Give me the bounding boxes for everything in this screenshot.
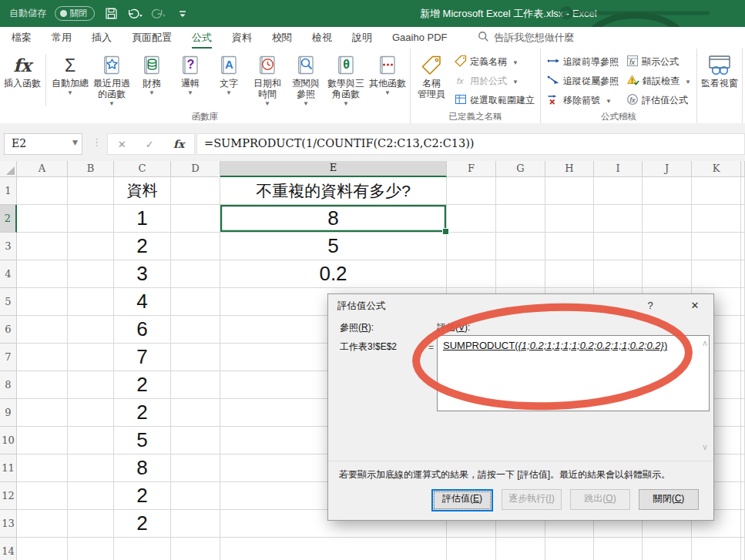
cell-F3[interactable] <box>447 233 496 260</box>
cell-K2[interactable] <box>692 205 741 233</box>
cell-C10[interactable]: 5 <box>114 427 171 454</box>
cell-G4[interactable] <box>496 260 545 288</box>
cell-C4[interactable]: 3 <box>114 260 171 288</box>
ribbon-button-名稱管理員[interactable]: 名稱管理員 <box>412 52 451 100</box>
cell-D11[interactable] <box>171 454 220 482</box>
tab-資料[interactable]: 資料 <box>222 27 262 49</box>
cell-B7[interactable] <box>68 344 114 371</box>
cell-partial5[interactable] <box>741 288 745 316</box>
column-header-E[interactable]: E <box>220 161 447 177</box>
cell-K14[interactable] <box>692 538 741 560</box>
ribbon-button-日期和時間[interactable]: 日期和時間▼ <box>248 52 287 108</box>
cell-G14[interactable] <box>496 538 545 560</box>
cell-A12[interactable] <box>17 482 68 510</box>
cell-A14[interactable] <box>17 538 68 560</box>
ribbon-button-文字[interactable]: A文字▼ <box>210 52 248 97</box>
ribbon-button-顯示公式[interactable]: fx顯示公式 <box>623 52 695 72</box>
cell-C3[interactable]: 2 <box>114 233 171 260</box>
cell-partial4[interactable] <box>741 260 745 288</box>
enter-icon[interactable]: ✓ <box>146 139 154 150</box>
cell-B4[interactable] <box>68 260 114 288</box>
cell-I1[interactable] <box>594 177 643 205</box>
row-header-10[interactable]: 10 <box>0 427 17 454</box>
row-header-3[interactable]: 3 <box>0 233 17 260</box>
ribbon-button-錯誤檢查[interactable]: 錯誤檢查▼ <box>623 72 695 91</box>
cell-D8[interactable] <box>171 371 220 399</box>
ribbon-button-追蹤從屬參照[interactable]: 追蹤從屬參照 <box>542 72 623 91</box>
cell-A7[interactable] <box>17 344 68 371</box>
cell-D14[interactable] <box>171 538 220 560</box>
cell-D10[interactable] <box>171 427 220 454</box>
cell-D5[interactable] <box>171 288 220 316</box>
row-header-1[interactable]: 1 <box>0 177 17 205</box>
customize-quick-access-button[interactable] <box>175 5 190 22</box>
cell-C2[interactable]: 1 <box>114 205 171 233</box>
tab-檢視[interactable]: 檢視 <box>302 27 342 49</box>
tab-常用[interactable]: 常用 <box>42 27 82 49</box>
dialog-button-關閉(C)[interactable]: 關閉(C) <box>639 489 699 510</box>
column-header-G[interactable]: G <box>496 161 545 177</box>
ribbon-button-移除箭號[interactable]: 移除箭號▼ <box>542 91 623 110</box>
cell-H14[interactable] <box>545 538 594 560</box>
cell-A10[interactable] <box>17 427 68 454</box>
cell-B3[interactable] <box>68 233 114 260</box>
cell-D1[interactable] <box>171 177 220 205</box>
cell-C12[interactable]: 2 <box>114 482 171 510</box>
cell-partial2[interactable] <box>741 205 745 233</box>
cell-D2[interactable] <box>171 205 220 233</box>
cell-partial9[interactable] <box>741 399 745 427</box>
cell-B12[interactable] <box>68 482 114 510</box>
ribbon-button-最近用過的函數[interactable]: 最近用過的函數▼ <box>91 52 133 108</box>
cell-G3[interactable] <box>496 233 545 260</box>
cell-E14[interactable] <box>220 538 447 560</box>
cell-B10[interactable] <box>68 427 114 454</box>
cell-H1[interactable] <box>545 177 594 205</box>
cell-G1[interactable] <box>496 177 545 205</box>
column-header-D[interactable]: D <box>171 161 220 177</box>
ribbon-button-財務[interactable]: 財務▼ <box>133 52 171 97</box>
cell-partial6[interactable] <box>741 316 745 344</box>
ribbon-button-數學與三角函數[interactable]: θ數學與三角函數▼ <box>325 52 367 108</box>
dialog-button-評估值(E)[interactable]: 評估值(E) <box>431 489 493 511</box>
cell-H4[interactable] <box>545 260 594 288</box>
cell-partial1[interactable] <box>741 177 745 205</box>
cell-I3[interactable] <box>594 233 643 260</box>
cell-partial3[interactable] <box>741 233 745 260</box>
column-header-I[interactable]: I <box>594 161 643 177</box>
cell-A8[interactable] <box>17 371 68 399</box>
cell-C11[interactable]: 8 <box>114 454 171 482</box>
cell-E4[interactable]: 0.2 <box>220 260 447 288</box>
cell-partial14[interactable] <box>741 538 745 560</box>
tab-插入[interactable]: 插入 <box>82 27 122 49</box>
cell-D3[interactable] <box>171 233 220 260</box>
cell-H2[interactable] <box>545 205 594 233</box>
ribbon-button-監看視窗[interactable]: 監看視窗 <box>699 52 740 89</box>
cell-E1[interactable]: 不重複的資料有多少? <box>220 177 447 205</box>
redo-button[interactable] <box>151 5 166 22</box>
scroll-down-icon[interactable]: ∨ <box>702 442 708 452</box>
cell-B2[interactable] <box>68 205 114 233</box>
save-button[interactable] <box>103 5 119 22</box>
cell-F14[interactable] <box>447 538 496 560</box>
ribbon-button-插入函數[interactable]: fx插入函數 <box>2 52 43 89</box>
tab-公式[interactable]: 公式 <box>182 27 222 49</box>
scroll-up-icon[interactable]: ∧ <box>702 338 708 348</box>
row-header-4[interactable]: 4 <box>0 260 17 288</box>
cell-A11[interactable] <box>17 454 68 482</box>
column-header-A[interactable]: A <box>17 161 68 177</box>
row-header-8[interactable]: 8 <box>0 371 17 399</box>
cell-A13[interactable] <box>17 510 68 538</box>
cell-A5[interactable] <box>17 288 68 316</box>
cell-F4[interactable] <box>447 260 496 288</box>
insert-function-small-icon[interactable]: fx <box>173 138 184 150</box>
cancel-icon[interactable]: ✕ <box>118 139 126 150</box>
cell-J1[interactable] <box>643 177 692 205</box>
cell-C5[interactable]: 4 <box>114 288 171 316</box>
tab-Gaaiho PDF[interactable]: Gaaiho PDF <box>382 27 458 49</box>
cell-K3[interactable] <box>692 233 741 260</box>
select-all-corner[interactable] <box>0 161 17 177</box>
tab-檔案[interactable]: 檔案 <box>2 27 42 49</box>
row-header-12[interactable]: 12 <box>0 482 17 510</box>
cell-D4[interactable] <box>171 260 220 288</box>
cell-B11[interactable] <box>68 454 114 482</box>
